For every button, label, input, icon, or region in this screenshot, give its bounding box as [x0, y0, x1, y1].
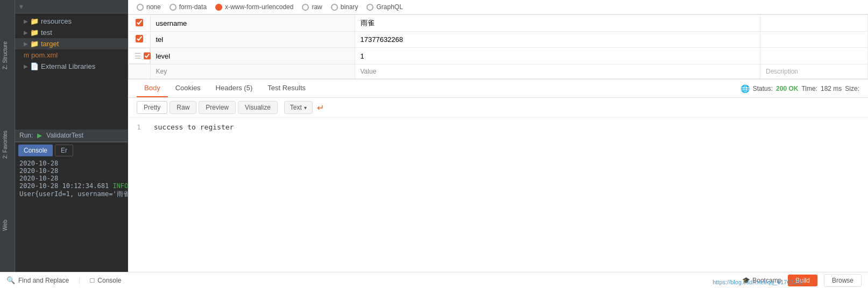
checkbox-username[interactable] [136, 19, 143, 26]
folder-icon: 📁 [30, 28, 39, 37]
text-format-label: Text [290, 104, 302, 111]
tab-body[interactable]: Body [137, 80, 168, 97]
tab-cookies[interactable]: Cookies [168, 80, 208, 97]
response-view-toolbar: Pretty Raw Preview Visualize Text ▾ ↵ [128, 98, 868, 118]
status-value: 200 OK [776, 85, 798, 92]
header-checkbox-cell [129, 64, 151, 79]
radio-circle-none [137, 4, 144, 11]
radio-label-form-data: form-data [179, 3, 207, 11]
radio-none[interactable]: none [137, 3, 161, 11]
chevron-down-icon: ▾ [304, 105, 307, 111]
log-area: 2020-10-28 2020-10-28 2020-10-28 2020-10… [15, 159, 128, 272]
form-table-container: username 雨雀 tel 17377632268 [128, 15, 868, 79]
form-table: username 雨雀 tel 17377632268 [128, 15, 868, 79]
run-label: Run: [19, 132, 33, 139]
folder-icon: 📁 [30, 17, 39, 25]
wrap-icon[interactable]: ↵ [317, 103, 324, 113]
folder-icon: 📁 [30, 40, 39, 48]
line-number-1: 1 [137, 123, 141, 131]
find-replace-icon: 🔍 [6, 276, 15, 284]
checkbox-cell-username [129, 15, 151, 32]
run-icon: ▶ [37, 132, 42, 139]
run-name: ValidatorTest [46, 132, 83, 139]
checkbox-cell-level: ☰ [129, 48, 150, 64]
header-value-cell: Value [355, 64, 760, 79]
log-line-4: 2020-10-28 10:12:34.681 INFO 3816 --- [n… [19, 182, 123, 190]
response-body: 1 success to register [128, 118, 868, 136]
header-desc-cell: Description [760, 64, 868, 79]
response-tabs-row: Body Cookies Headers (5) Test Results 🌐 … [128, 80, 868, 98]
header-key-cell: Key [150, 64, 355, 79]
desc-cell-tel [760, 32, 868, 48]
vertical-tabs-panel: Z: Structure 2: Favorites Web [0, 0, 15, 272]
tree-item-test[interactable]: ▶ 📁 test [15, 27, 128, 38]
size-label: Size: [845, 85, 859, 92]
sidebar: ▾ ▶ 📁 resources ▶ 📁 test ▶ [15, 0, 128, 272]
radio-x-www[interactable]: x-www-form-urlencoded [215, 3, 293, 11]
status-label: Status: [753, 85, 773, 92]
log-line-3: 2020-10-28 [19, 175, 123, 182]
radio-circle-raw [302, 4, 309, 11]
form-row-username: username 雨雀 [129, 15, 868, 32]
value-cell-tel: 17377632268 [355, 32, 760, 48]
radio-label-x-www: x-www-form-urlencoded [225, 3, 293, 11]
tree-item-target[interactable]: ▶ 📁 target [15, 38, 128, 49]
radio-circle-x-www [215, 4, 222, 11]
find-replace-button[interactable]: 🔍 Find and Replace [6, 276, 69, 284]
tab-z-structure[interactable]: Z: Structure [0, 38, 15, 73]
radio-circle-graphql [366, 4, 373, 11]
globe-icon: 🌐 [740, 84, 750, 93]
key-cell-tel: tel [150, 32, 355, 48]
right-panel: none form-data x-www-form-urlencoded raw… [128, 0, 868, 272]
console-status-button[interactable]: □ Console [90, 276, 121, 284]
status-bar: 🔍 Find and Replace | □ Console 🎓 Bootcam… [0, 272, 868, 288]
tab-web[interactable]: Web [0, 217, 15, 234]
log-line-2: 2020-10-28 [19, 167, 123, 175]
radio-raw[interactable]: raw [302, 3, 322, 11]
form-row-tel: tel 17377632268 [129, 32, 868, 48]
console-tab-button[interactable]: Console [18, 145, 53, 156]
radio-label-graphql: GraphQL [376, 3, 403, 11]
browse-button[interactable]: Browse [824, 274, 862, 287]
form-header-row: Key Value Description [129, 64, 868, 79]
log-line-5: User{userId=1, username='雨雀', tel='17377… [19, 190, 123, 199]
radio-graphql[interactable]: GraphQL [366, 3, 403, 11]
response-section: Body Cookies Headers (5) Test Results 🌐 … [128, 79, 868, 136]
desc-cell-level [760, 48, 868, 64]
response-meta: 🌐 Status: 200 OK Time: 182 ms Size: [740, 84, 859, 93]
tree-item-external-libraries[interactable]: ▶ 📄 External Libraries [15, 61, 128, 72]
visualize-button[interactable]: Visualize [238, 101, 278, 114]
tree-item-label: test [41, 28, 52, 37]
file-icon: m [24, 52, 29, 59]
radio-binary[interactable]: binary [331, 3, 358, 11]
checkbox-level[interactable] [144, 52, 151, 60]
url-partial: https://blog.csdn.net/qq_41763288 [712, 279, 803, 285]
expand-arrow-icon: ▶ [24, 41, 28, 47]
radio-label-binary: binary [341, 3, 358, 11]
raw-button[interactable]: Raw [170, 101, 196, 114]
radio-label-none: none [146, 3, 161, 11]
checkbox-tel[interactable] [136, 35, 143, 42]
tab-test-results[interactable]: Test Results [260, 80, 313, 97]
tab-headers[interactable]: Headers (5) [208, 80, 260, 97]
radio-form-data[interactable]: form-data [170, 3, 207, 11]
tree-item-label: target [41, 40, 59, 48]
radio-circle-binary [331, 4, 338, 11]
tree-item-pom-xml[interactable]: m pom.xml [15, 49, 128, 61]
body-type-row: none form-data x-www-form-urlencoded raw… [128, 0, 868, 15]
tree-item-label: External Libraries [41, 62, 95, 70]
main-area: Z: Structure 2: Favorites Web ▾ ▶ 📁 reso… [0, 0, 868, 272]
response-text: success to register [154, 123, 234, 131]
expand-arrow-icon: ▶ [24, 30, 28, 35]
drag-handle-icon[interactable]: ☰ [135, 52, 142, 60]
tree-item-resources[interactable]: ▶ 📁 resources [15, 16, 128, 27]
text-format-dropdown[interactable]: Text ▾ [284, 101, 313, 114]
tab-2-favorites[interactable]: 2: Favorites [0, 127, 15, 162]
er-tab-button[interactable]: Er [55, 145, 73, 156]
value-cell-username: 雨雀 [355, 15, 760, 32]
chevron-down-icon[interactable]: ▾ [19, 2, 23, 11]
pretty-button[interactable]: Pretty [137, 101, 167, 114]
preview-button[interactable]: Preview [199, 101, 236, 114]
sidebar-tree: ▶ 📁 resources ▶ 📁 test ▶ 📁 target [15, 13, 128, 129]
checkbox-cell-tel [129, 32, 151, 48]
